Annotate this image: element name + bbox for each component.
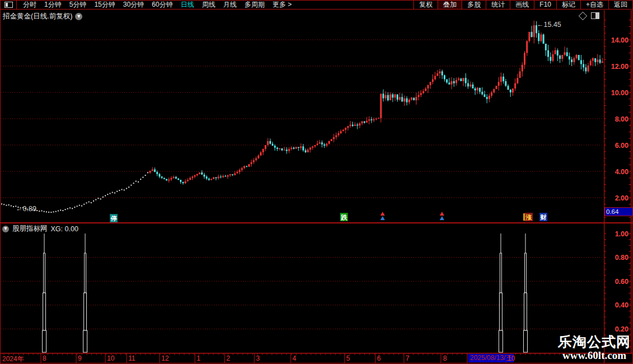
svg-text:0.20: 0.20 (615, 325, 629, 333)
date-label: 9 (78, 354, 82, 362)
period-menu: 分时1分钟5分钟15分钟30分钟60分钟日线周线月线多周期更多 > (16, 1, 296, 9)
badge-sliver (523, 213, 525, 221)
menu-item-+自选[interactable]: +自选 (580, 1, 608, 9)
menu-item-1分钟[interactable]: 1分钟 (40, 1, 66, 9)
chevron-down-icon[interactable]: ▼ (2, 226, 9, 232)
indicator-value: XG: 0.00 (51, 225, 78, 233)
event-badge-跌: 跌 (340, 213, 348, 221)
date-label: 8 (43, 354, 46, 362)
menu-item-日线[interactable]: 日线 (176, 1, 198, 9)
svg-text:8.00: 8.00 (615, 115, 629, 123)
svg-text:1.00: 1.00 (615, 230, 629, 238)
chevron-down-icon[interactable]: ▼ (75, 13, 82, 20)
indicator-name: 股朋指标网 (12, 224, 48, 234)
watermark-url: www.60lt.com (553, 350, 633, 361)
indicator-gridlines: 1.000.800.600.400.20 (1, 230, 631, 347)
last-price-tag: 0.64 (604, 207, 633, 216)
event-badge-涨: 涨 (525, 213, 533, 221)
event-badge-财: 财 (539, 213, 547, 221)
diamond-icon[interactable] (579, 11, 588, 20)
menu-item-更多 >[interactable]: 更多 > (268, 1, 295, 9)
menu-item-30分钟[interactable]: 30分钟 (119, 1, 148, 9)
menu-item-多股[interactable]: 多股 (462, 1, 486, 9)
event-badge-停: 停 (110, 214, 118, 222)
date-label: 2024年 (2, 354, 24, 364)
date-label: 1 (197, 354, 201, 362)
menu-item-画线[interactable]: 画线 (510, 1, 534, 9)
split-window-icon[interactable] (591, 12, 599, 19)
indicator-header[interactable]: ▼ 股朋指标网 XG: 0.00 (2, 224, 78, 234)
panel-separator (1, 222, 633, 223)
watermark: 乐淘公式网 www.60lt.com (553, 333, 633, 361)
menu-item-周线[interactable]: 周线 (198, 1, 219, 9)
watermark-site-name: 乐淘公式网 (553, 333, 633, 350)
svg-text:0.80: 0.80 (615, 254, 629, 262)
menu-item-60分钟[interactable]: 60分钟 (148, 1, 176, 9)
high-price-annotation: ←15.45 (537, 21, 561, 29)
chart-corner-tools (580, 12, 599, 19)
candlesticks (1, 21, 603, 213)
svg-text:4.00: 4.00 (615, 168, 629, 176)
main-gridlines: 14.0012.0010.008.006.004.002.00 (1, 20, 631, 218)
date-label: 11 (128, 354, 135, 362)
menu-item-叠加[interactable]: 叠加 (437, 1, 462, 9)
buy-sell-arrow-marker (380, 212, 385, 220)
menu-item-多周期[interactable]: 多周期 (240, 1, 268, 9)
date-label: 7 (406, 354, 409, 362)
date-label: 10 (508, 354, 515, 362)
date-label: 10 (107, 354, 114, 362)
date-label: 3 (256, 354, 260, 362)
date-label: 8 (443, 354, 447, 362)
date-label: 6 (377, 354, 381, 362)
svg-text:2.00: 2.00 (615, 194, 629, 202)
menu-item-F10[interactable]: F10 (534, 1, 556, 9)
tools-menu: 复权叠加多股统计画线F10标记+自选返回 (413, 1, 632, 9)
buy-sell-arrow-marker (439, 212, 445, 220)
menu-item-15分钟[interactable]: 15分钟 (90, 1, 119, 9)
date-label: 12 (161, 354, 169, 362)
date-label: 4 (292, 354, 296, 362)
date-label: 2 (226, 354, 230, 362)
page-title: 招金黄金(日线.前复权) (3, 12, 72, 21)
menu-item-分时[interactable]: 分时 (19, 1, 40, 9)
menu-item-复权[interactable]: 复权 (413, 1, 437, 9)
svg-text:12.00: 12.00 (611, 63, 629, 71)
top-menu-bar: 分时1分钟5分钟15分钟30分钟60分钟日线周线月线多周期更多 > 复权叠加多股… (1, 0, 632, 10)
menu-item-5分钟[interactable]: 5分钟 (66, 1, 91, 9)
svg-text:0.60: 0.60 (615, 278, 629, 286)
chart-canvas[interactable]: 14.0012.0010.008.006.004.002.001.000.800… (1, 0, 633, 364)
svg-text:14.00: 14.00 (611, 36, 629, 44)
menu-item-标记[interactable]: 标记 (556, 1, 580, 9)
chart-title-bar[interactable]: 招金黄金(日线.前复权) ▼ (3, 12, 82, 21)
svg-text:0.40: 0.40 (615, 301, 629, 309)
split-window-icon[interactable] (4, 2, 13, 8)
menu-item-返回[interactable]: 返回 (608, 1, 632, 9)
svg-text:6.00: 6.00 (615, 142, 629, 150)
date-label: 5 (346, 354, 350, 362)
xg-spikes (43, 234, 528, 352)
menu-item-月线[interactable]: 月线 (219, 1, 240, 9)
svg-text:10.00: 10.00 (611, 89, 629, 97)
low-price-annotation: ←0.89 (16, 205, 36, 213)
menu-item-统计[interactable]: 统计 (486, 1, 510, 9)
trading-app-window: 分时1分钟5分钟15分钟30分钟60分钟日线周线月线多周期更多 > 复权叠加多股… (0, 0, 633, 364)
